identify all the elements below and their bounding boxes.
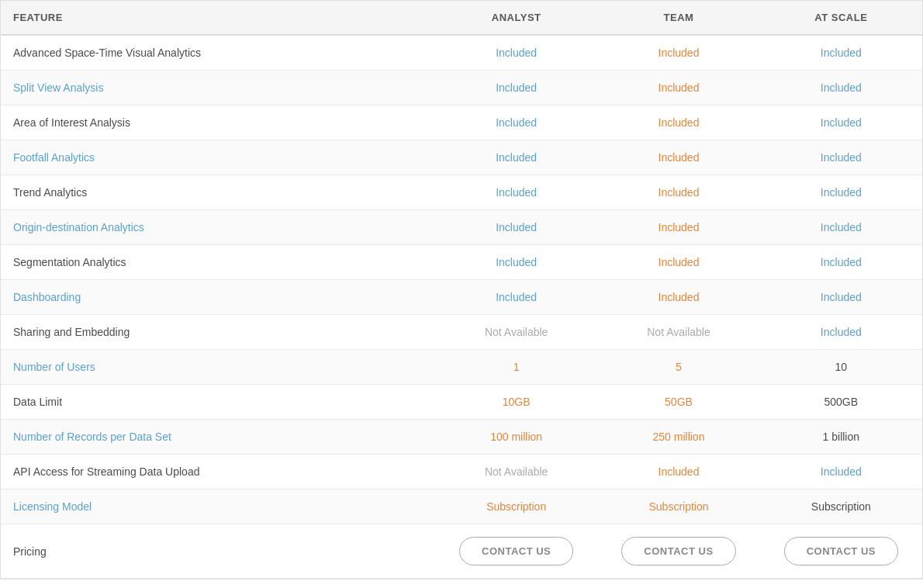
feature-cell: Origin-destination Analytics <box>1 210 435 244</box>
analyst-cell: Included <box>435 140 597 175</box>
team-cell: Included <box>597 71 759 105</box>
feature-cell: Advanced Space-Time Visual Analytics <box>1 36 435 70</box>
table-row: Number of Users 1 5 10 <box>1 350 922 385</box>
table-row: Segmentation Analytics Included Included… <box>1 245 922 280</box>
table-row: Origin-destination Analytics Included In… <box>1 210 922 245</box>
feature-cell: Trend Analytics <box>1 175 435 209</box>
header-team: TEAM <box>597 1 759 34</box>
table-row: Dashboarding Included Included Included <box>1 280 922 315</box>
team-cell: Included <box>597 140 759 175</box>
analyst-cell: Subscription <box>435 489 597 524</box>
feature-cell: Area of Interest Analysis <box>1 105 435 140</box>
analyst-cell: 1 <box>435 350 597 384</box>
analyst-cell: 100 million <box>435 420 597 454</box>
table-row: Footfall Analytics Included Included Inc… <box>1 140 922 175</box>
atscale-cell: Included <box>760 105 922 140</box>
feature-cell: API Access for Streaming Data Upload <box>1 455 435 489</box>
atscale-cell: Included <box>760 210 922 244</box>
analyst-cell: Included <box>435 245 597 279</box>
team-cell: Included <box>597 210 759 244</box>
contact-us-team-button[interactable]: CONTACT US <box>621 537 735 566</box>
feature-cell: Split View Analysis <box>1 71 435 105</box>
pricing-row: Pricing CONTACT US CONTACT US CONTACT US <box>1 524 922 579</box>
table-row: Licensing Model Subscription Subscriptio… <box>1 489 922 524</box>
analyst-cell: Not Available <box>435 455 597 489</box>
atscale-cell: Included <box>760 455 922 489</box>
contact-us-atscale-button[interactable]: CONTACT US <box>784 537 898 566</box>
pricing-label: Pricing <box>1 533 435 570</box>
pricing-team: CONTACT US <box>597 524 759 578</box>
analyst-cell: Included <box>435 71 597 105</box>
pricing-atscale: CONTACT US <box>760 524 922 578</box>
team-cell: 250 million <box>597 420 759 454</box>
team-cell: Included <box>597 455 759 489</box>
feature-cell: Data Limit <box>1 385 435 419</box>
table-header: FEATURE ANALYST TEAM AT SCALE <box>1 1 922 36</box>
pricing-table: FEATURE ANALYST TEAM AT SCALE Advanced S… <box>0 0 923 579</box>
table-row: Number of Records per Data Set 100 milli… <box>1 420 922 455</box>
atscale-cell: Included <box>760 36 922 70</box>
team-cell: Included <box>597 36 759 70</box>
team-cell: Included <box>597 245 759 279</box>
atscale-cell: Included <box>760 71 922 105</box>
table-row: Split View Analysis Included Included In… <box>1 71 922 105</box>
team-cell: Included <box>597 175 759 209</box>
team-cell: 50GB <box>597 385 759 419</box>
analyst-cell: Not Available <box>435 315 597 349</box>
feature-cell: Segmentation Analytics <box>1 245 435 279</box>
table-row: Data Limit 10GB 50GB 500GB <box>1 385 922 420</box>
feature-cell: Footfall Analytics <box>1 140 435 175</box>
analyst-cell: Included <box>435 280 597 314</box>
atscale-cell: Included <box>760 175 922 209</box>
atscale-cell: Included <box>760 280 922 314</box>
header-atscale: AT SCALE <box>760 1 922 34</box>
table-row: API Access for Streaming Data Upload Not… <box>1 455 922 489</box>
atscale-cell: 10 <box>760 350 922 384</box>
team-cell: Included <box>597 105 759 140</box>
table-row: Area of Interest Analysis Included Inclu… <box>1 105 922 140</box>
atscale-cell: Included <box>760 315 922 349</box>
header-analyst: ANALYST <box>435 1 597 34</box>
table-row: Sharing and Embedding Not Available Not … <box>1 315 922 350</box>
atscale-cell: 1 billion <box>760 420 922 454</box>
contact-us-analyst-button[interactable]: CONTACT US <box>459 537 573 566</box>
feature-cell: Number of Records per Data Set <box>1 420 435 454</box>
header-feature: FEATURE <box>1 1 435 34</box>
feature-cell: Number of Users <box>1 350 435 384</box>
table-row: Advanced Space-Time Visual Analytics Inc… <box>1 36 922 71</box>
feature-cell: Sharing and Embedding <box>1 315 435 349</box>
team-cell: Subscription <box>597 489 759 524</box>
analyst-cell: Included <box>435 105 597 140</box>
analyst-cell: Included <box>435 36 597 70</box>
analyst-cell: Included <box>435 175 597 209</box>
feature-cell: Licensing Model <box>1 489 435 524</box>
team-cell: Included <box>597 280 759 314</box>
feature-cell: Dashboarding <box>1 280 435 314</box>
atscale-cell: Included <box>760 245 922 279</box>
pricing-analyst: CONTACT US <box>435 524 597 578</box>
atscale-cell: Included <box>760 140 922 175</box>
analyst-cell: Included <box>435 210 597 244</box>
atscale-cell: 500GB <box>760 385 922 419</box>
atscale-cell: Subscription <box>760 489 922 524</box>
analyst-cell: 10GB <box>435 385 597 419</box>
team-cell: Not Available <box>597 315 759 349</box>
team-cell: 5 <box>597 350 759 384</box>
table-row: Trend Analytics Included Included Includ… <box>1 175 922 210</box>
